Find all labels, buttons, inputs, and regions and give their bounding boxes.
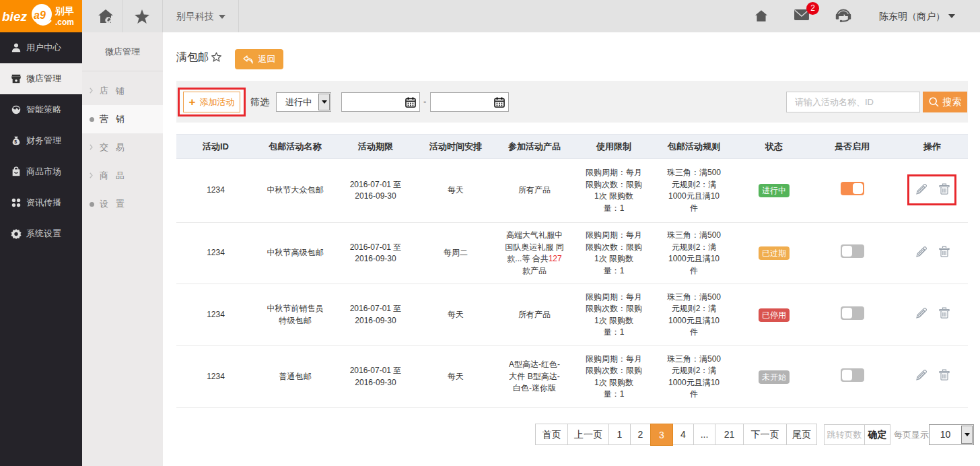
svg-text:a9: a9 [34,9,46,21]
svg-text:biez: biez [2,9,27,24]
svg-text:别早: 别早 [55,5,74,16]
svg-text:.com: .com [55,18,74,27]
svg-text:$: $ [14,139,17,145]
